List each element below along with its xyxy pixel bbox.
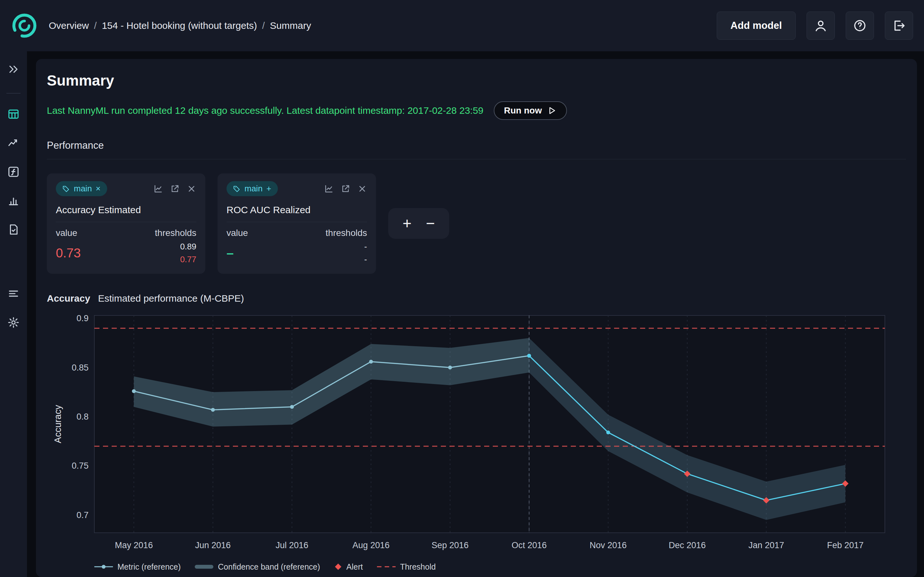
add-card-button[interactable]: + <box>403 216 412 231</box>
svg-text:0.75: 0.75 <box>71 461 89 471</box>
user-account-button[interactable] <box>806 11 835 40</box>
tag-remove-icon[interactable]: × <box>95 184 100 193</box>
tag-chip-main[interactable]: main × <box>56 181 107 196</box>
legend-label: Metric (reference) <box>118 562 181 572</box>
svg-text:May 2016: May 2016 <box>115 540 153 550</box>
legend-swatch-icon <box>377 564 396 570</box>
threshold-lower: 0.77 <box>180 253 196 266</box>
breadcrumb-separator: / <box>89 20 102 31</box>
sidebar-divider <box>6 93 21 93</box>
tag-label: main <box>244 184 262 193</box>
status-row: Last NannyML run completed 12 days ago s… <box>47 101 906 120</box>
chart-title: Accuracy Estimated performance (M-CBPE) <box>47 293 906 304</box>
page-title: Summary <box>47 72 906 89</box>
open-external-icon[interactable] <box>341 184 351 193</box>
list-icon <box>7 287 19 300</box>
add-model-button[interactable]: Add model <box>717 11 796 40</box>
close-icon[interactable] <box>187 184 196 193</box>
chart-legend: Metric (reference)Confidence band (refer… <box>94 562 906 577</box>
sidebar-item-performance[interactable] <box>7 137 20 149</box>
sidebar-item-distribution[interactable] <box>7 194 20 207</box>
function-icon <box>7 166 19 178</box>
run-status-text: Last NannyML run completed 12 days ago s… <box>47 105 483 116</box>
threshold-upper: - <box>364 240 367 253</box>
chart-title-desc: Estimated performance (M-CBPE) <box>98 293 244 303</box>
metric-card-title: ROC AUC Realized <box>226 205 367 222</box>
thresholds-label: thresholds <box>155 228 196 238</box>
svg-text:Aug 2016: Aug 2016 <box>352 540 390 550</box>
run-now-label: Run now <box>504 105 542 116</box>
breadcrumb-item-model[interactable]: 154 - Hotel booking (without targets) <box>102 20 257 31</box>
threshold-upper: 0.89 <box>180 240 196 253</box>
sidebar-item-settings[interactable] <box>7 316 20 329</box>
view-chart-icon[interactable] <box>324 184 334 193</box>
card-header: main + <box>226 181 367 196</box>
logout-button[interactable] <box>885 11 913 40</box>
user-icon <box>814 19 827 32</box>
card-header: main × <box>56 181 196 196</box>
metric-card-accuracy: main × Accuracy Estimated valu <box>47 173 205 274</box>
view-chart-icon[interactable] <box>153 184 163 193</box>
chevrons-right-icon <box>7 63 19 75</box>
metric-value: – <box>226 246 234 260</box>
sidebar-item-concept-drift[interactable] <box>7 165 20 178</box>
breadcrumb: Overview / 154 - Hotel booking (without … <box>49 20 311 31</box>
nannyml-logo-icon[interactable] <box>11 12 38 39</box>
trend-line-icon <box>7 137 19 149</box>
help-button[interactable] <box>846 11 874 40</box>
tag-chip-main[interactable]: main + <box>226 181 278 196</box>
svg-text:Jul 2016: Jul 2016 <box>276 540 309 550</box>
legend-item[interactable]: Alert <box>334 562 363 572</box>
play-icon <box>547 106 557 115</box>
sidebar-item-reports[interactable] <box>7 223 20 236</box>
card-values: – - - <box>226 240 367 266</box>
metric-value: 0.73 <box>56 246 81 260</box>
svg-text:Accuracy: Accuracy <box>53 405 63 443</box>
legend-label: Confidence band (reference) <box>218 562 320 572</box>
breadcrumb-item-summary: Summary <box>270 20 311 31</box>
tag-label: main <box>74 184 92 193</box>
tag-add-icon[interactable]: + <box>266 184 271 193</box>
breadcrumb-item-overview[interactable]: Overview <box>49 20 89 31</box>
legend-item[interactable]: Metric (reference) <box>94 562 181 572</box>
card-count-control: + − <box>388 208 449 239</box>
card-labels: value thresholds <box>226 228 367 238</box>
svg-text:0.9: 0.9 <box>76 314 89 323</box>
gear-icon <box>7 316 19 329</box>
left-sidebar <box>0 51 27 577</box>
card-labels: value thresholds <box>56 228 196 238</box>
run-now-button[interactable]: Run now <box>494 101 567 120</box>
thresholds-values: 0.89 0.77 <box>180 240 196 266</box>
metric-card-title: Accuracy Estimated <box>56 205 196 222</box>
remove-card-button[interactable]: − <box>426 216 435 231</box>
metric-cards-row: main × Accuracy Estimated valu <box>47 173 906 274</box>
legend-label: Alert <box>347 562 363 572</box>
sidebar-expand-button[interactable] <box>7 63 20 76</box>
legend-label: Threshold <box>400 562 436 572</box>
svg-text:Feb 2017: Feb 2017 <box>827 540 864 550</box>
bar-chart-icon <box>7 195 19 207</box>
legend-swatch-icon <box>94 564 113 570</box>
card-values: 0.73 0.89 0.77 <box>56 240 196 266</box>
open-external-icon[interactable] <box>170 184 180 193</box>
performance-chart[interactable]: 0.70.750.80.850.9May 2016Jun 2016Jul 201… <box>47 311 906 561</box>
svg-text:0.85: 0.85 <box>71 363 89 372</box>
close-icon[interactable] <box>357 184 367 193</box>
legend-item[interactable]: Confidence band (reference) <box>195 562 320 572</box>
svg-text:0.8: 0.8 <box>76 412 89 422</box>
card-actions <box>324 184 367 193</box>
tag-icon <box>62 185 70 193</box>
legend-swatch-icon <box>334 563 342 571</box>
legend-item[interactable]: Threshold <box>377 562 436 572</box>
svg-text:Sep 2016: Sep 2016 <box>431 540 469 550</box>
sidebar-item-logs[interactable] <box>7 287 20 300</box>
svg-text:0.7: 0.7 <box>76 510 89 520</box>
value-label: value <box>226 228 248 238</box>
legend-swatch-icon <box>195 564 213 570</box>
sidebar-item-summary[interactable] <box>7 108 20 121</box>
top-navbar: Overview / 154 - Hotel booking (without … <box>0 0 924 51</box>
logout-icon <box>892 19 906 32</box>
svg-text:Jan 2017: Jan 2017 <box>748 540 784 550</box>
svg-text:Oct 2016: Oct 2016 <box>511 540 547 550</box>
thresholds-label: thresholds <box>326 228 367 238</box>
